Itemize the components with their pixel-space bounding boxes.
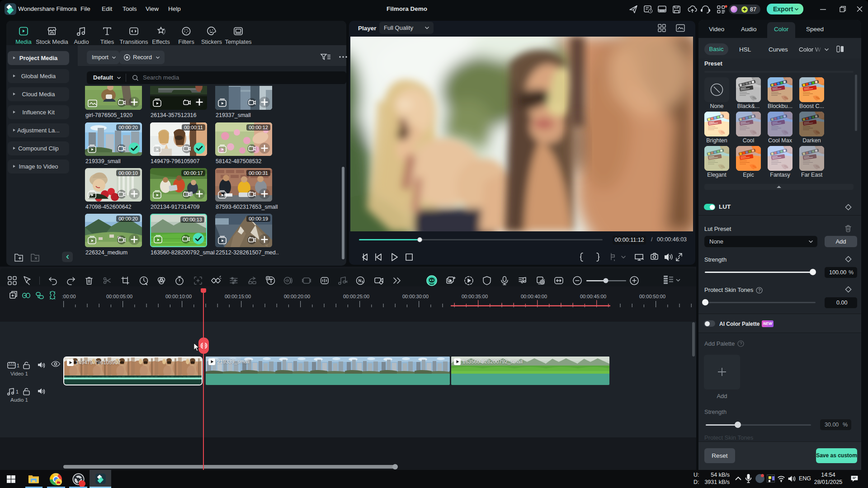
svg-text:Video 1: Video 1	[10, 371, 28, 376]
svg-text:1: 1	[16, 389, 19, 394]
svg-text:1: 1	[17, 363, 19, 368]
svg-text:Audio 1: Audio 1	[10, 397, 28, 403]
